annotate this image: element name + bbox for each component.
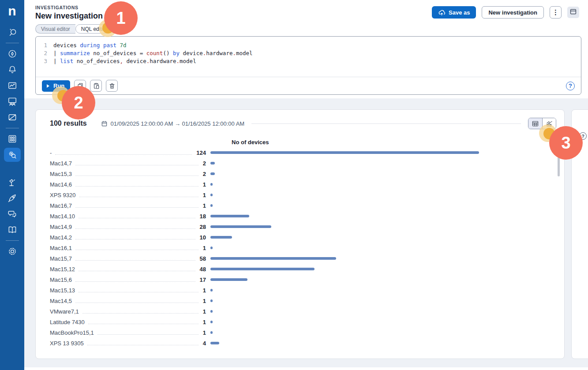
dotted-leader: [87, 341, 198, 345]
dotted-leader: [75, 225, 195, 229]
category-label: Mac14,5: [50, 298, 72, 304]
category-label: Mac16,7: [50, 202, 72, 209]
value-label: 2: [203, 171, 206, 177]
bar: [210, 331, 213, 334]
table-view-button[interactable]: [528, 118, 542, 129]
remote-session-icon[interactable]: [4, 94, 21, 108]
feedback-icon[interactable]: [4, 207, 21, 221]
bar: [210, 215, 249, 217]
value-label: 1: [203, 245, 206, 251]
nql-code-editor[interactable]: 1devices during past 7d2| summarize no_o…: [36, 37, 581, 77]
bar: [210, 162, 215, 164]
category-label: Latitude 7430: [50, 319, 85, 325]
date-range: 01/09/2025 12:00:00 AM → 01/16/2025 12:0…: [101, 120, 245, 127]
history-search-icon[interactable]: [4, 25, 21, 39]
category-label: XPS 9320: [50, 192, 76, 198]
chart-row: XPS 93201: [50, 190, 555, 200]
dotted-leader: [75, 246, 198, 250]
chart-column-header: No of devices: [232, 139, 269, 146]
value-label: 1: [203, 181, 206, 188]
bar: [210, 299, 213, 302]
delete-query-button[interactable]: [106, 80, 118, 92]
dotted-leader: [97, 331, 198, 335]
chart-row: Mac15,758: [50, 253, 555, 264]
dotted-leader: [75, 299, 198, 303]
new-investigation-button[interactable]: New investigation: [482, 6, 544, 19]
category-label: Mac14,10: [50, 213, 75, 220]
paste-query-button[interactable]: [90, 80, 102, 92]
panel-layout-icon: [569, 8, 577, 15]
save-as-button[interactable]: Save as: [432, 6, 476, 19]
category-label: Mac14,9: [50, 224, 72, 230]
value-label: 1: [203, 202, 206, 209]
chart-row: Mac15,131: [50, 285, 555, 295]
tab-visual-editor[interactable]: Visual editor: [35, 24, 75, 34]
chart-row: Mac15,1248: [50, 264, 555, 274]
dotted-leader: [75, 235, 195, 239]
dotted-leader: [75, 204, 198, 208]
bar: [210, 151, 479, 154]
category-label: VMware7,1: [50, 308, 79, 315]
editor-help-icon[interactable]: ?: [566, 82, 575, 90]
bar: [210, 172, 215, 175]
nexthink-logo[interactable]: n: [0, 0, 24, 24]
chart-row: -124: [50, 147, 555, 158]
badge-number: 2: [62, 86, 95, 120]
chart-row: Mac14,928: [50, 221, 555, 232]
panel-toggle-button[interactable]: [567, 7, 579, 18]
library-grid-icon[interactable]: [4, 132, 21, 146]
results-zone: 100 results 01/09/2025 12:00:00 AM → 01/…: [24, 98, 588, 367]
compass-icon[interactable]: [4, 47, 21, 61]
bar: [210, 257, 336, 260]
category-label: Mac15,3: [50, 171, 72, 177]
sidebar-divider: [6, 240, 19, 241]
date-range-text: 01/09/2025 12:00:00 AM → 01/16/2025 12:0…: [111, 120, 245, 127]
dotted-leader: [55, 151, 192, 155]
save-as-label: Save as: [449, 9, 470, 16]
chart-row: Mac14,51: [50, 295, 555, 306]
new-investigation-label: New investigation: [488, 9, 537, 16]
campaigns-icon[interactable]: [4, 110, 21, 124]
dashboard-icon[interactable]: [4, 78, 21, 93]
sidebar: n: [0, 0, 24, 370]
editor-toolbar: Run ?: [36, 77, 581, 94]
chart-row: Mac15,617: [50, 274, 555, 285]
dotted-leader: [79, 214, 195, 218]
settings-gear-icon[interactable]: [4, 244, 21, 258]
dotted-leader: [75, 172, 198, 176]
category-label: Mac15,6: [50, 277, 72, 283]
value-label: 1: [203, 329, 206, 336]
bar: [210, 204, 213, 207]
dotted-leader: [79, 288, 198, 292]
breadcrumb: INVESTIGATIONS: [35, 5, 103, 10]
value-label: 48: [200, 266, 206, 273]
category-label: -: [50, 149, 52, 156]
category-label: XPS 13 9305: [50, 340, 84, 347]
value-label: 18: [200, 213, 206, 220]
sidebar-divider: [6, 128, 19, 128]
bar: [210, 194, 213, 196]
category-label: MacBookPro15,1: [50, 329, 94, 336]
trash-icon: [109, 82, 116, 90]
dotted-leader: [79, 267, 195, 271]
bar: [210, 289, 213, 292]
learn-icon[interactable]: [4, 175, 21, 189]
bar: [210, 321, 213, 323]
launch-icon[interactable]: [4, 191, 21, 205]
chart-row: Mac14,61: [50, 179, 555, 190]
calendar-icon: [101, 120, 108, 127]
documentation-icon[interactable]: [4, 223, 21, 237]
value-label: 1: [203, 287, 206, 294]
investigations-icon[interactable]: [4, 148, 21, 162]
category-label: Mac14,2: [50, 234, 72, 241]
kebab-menu-button[interactable]: ⋮: [550, 6, 562, 19]
value-label: 124: [196, 149, 206, 156]
value-label: 2: [203, 160, 206, 167]
chart-row: Mac16,11: [50, 243, 555, 253]
value-label: 1: [203, 192, 206, 198]
code-line: 1devices during past 7d: [41, 41, 574, 49]
bell-icon[interactable]: [4, 63, 21, 77]
nql-editor-card: 1devices during past 7d2| summarize no_o…: [35, 36, 581, 95]
app-window: n: [0, 0, 588, 370]
table-icon: [532, 120, 539, 127]
